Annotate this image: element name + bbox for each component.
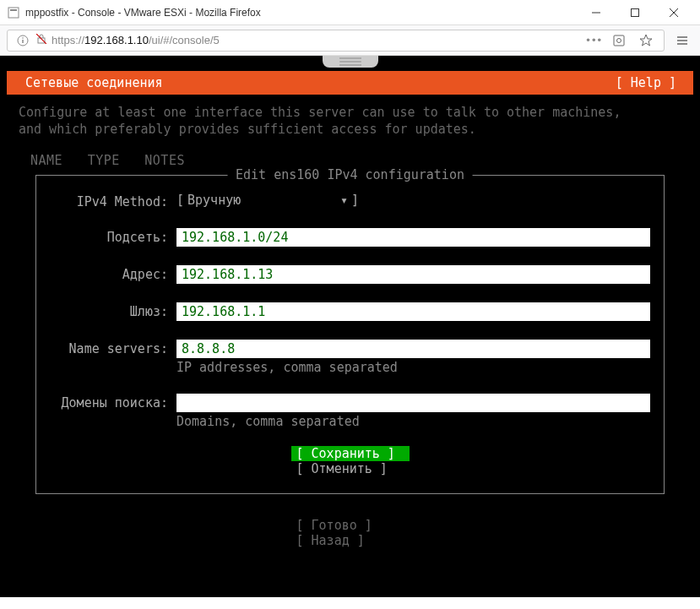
minimize-button[interactable] xyxy=(577,1,616,24)
statusbar xyxy=(0,597,700,609)
method-label: IPv4 Method: xyxy=(50,193,176,209)
col-type: TYPE xyxy=(88,153,120,168)
nameservers-label: Name servers: xyxy=(50,340,176,356)
chevron-down-icon: ▾ xyxy=(340,193,348,208)
method-select[interactable]: [ Вручную ▾ ] xyxy=(176,193,359,208)
menu-icon[interactable] xyxy=(671,30,693,52)
help-button[interactable]: [ Help ] xyxy=(616,75,681,90)
svg-point-12 xyxy=(617,38,621,42)
searchdomains-input[interactable] xyxy=(176,394,650,412)
searchdomains-label: Домены поиска: xyxy=(50,394,176,411)
svg-rect-1 xyxy=(10,9,17,11)
bookmark-icon[interactable] xyxy=(635,30,657,52)
url-text: https://192.168.1.10/ui/#/console/5 xyxy=(52,34,581,46)
nameservers-hint: IP addresses, comma separated xyxy=(176,360,650,375)
gateway-label: Шлюз: xyxy=(50,302,176,319)
window-title: mppostfix - Console - VMware ESXi - Mozi… xyxy=(25,7,261,19)
console-drag-handle[interactable] xyxy=(323,56,378,68)
url-bar[interactable]: https://192.168.1.10/ui/#/console/5 ••• xyxy=(7,30,665,52)
subnet-input[interactable] xyxy=(176,228,650,247)
edit-dialog: Edit ens160 IPv4 configuration IPv4 Meth… xyxy=(35,175,665,494)
svg-point-8 xyxy=(22,37,24,39)
back-button[interactable]: [ Назад ] xyxy=(291,533,410,548)
subnet-label: Подсеть: xyxy=(50,228,176,245)
more-icon[interactable]: ••• xyxy=(586,34,603,46)
lock-icon[interactable] xyxy=(36,34,46,46)
svg-rect-11 xyxy=(614,35,624,46)
info-icon[interactable] xyxy=(14,35,31,46)
reader-icon[interactable] xyxy=(608,30,630,52)
save-button[interactable]: [ Сохранить ] xyxy=(291,446,410,461)
close-button[interactable] xyxy=(654,1,693,24)
maximize-button[interactable] xyxy=(616,1,654,24)
address-input[interactable] xyxy=(176,265,650,284)
method-value: Вручную xyxy=(187,193,241,208)
svg-rect-3 xyxy=(632,8,639,16)
col-notes: NOTES xyxy=(144,153,185,168)
searchdomains-hint: Domains, comma separated xyxy=(176,414,650,429)
address-label: Адрес: xyxy=(50,265,176,282)
tab-favicon xyxy=(7,6,20,19)
col-name: NAME xyxy=(30,153,62,168)
description-text: Configure at least one interface this se… xyxy=(7,95,693,141)
cancel-button[interactable]: [ Отменить ] xyxy=(291,461,410,476)
done-button[interactable]: [ Готово ] xyxy=(291,518,410,533)
gateway-input[interactable] xyxy=(176,302,650,321)
nameservers-input[interactable] xyxy=(176,340,650,358)
dialog-title: Edit ens160 IPv4 configuration xyxy=(227,167,473,182)
svg-rect-0 xyxy=(8,8,19,18)
page-title: Сетевые соединения xyxy=(19,75,163,90)
